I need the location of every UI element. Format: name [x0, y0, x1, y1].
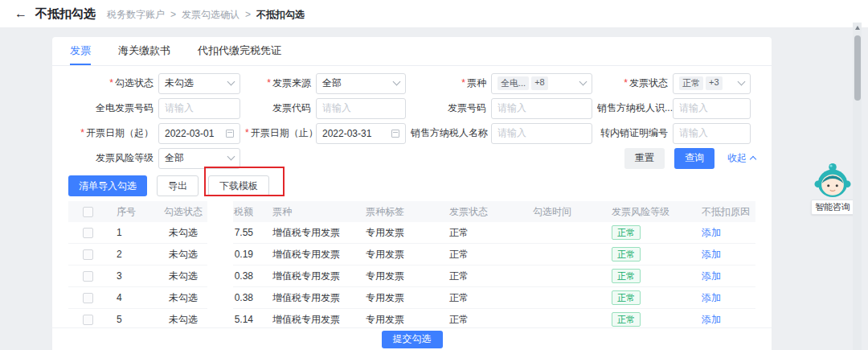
date-end-value: 2022-03-31 — [322, 128, 388, 139]
digital-invoice-no-input[interactable]: 请输入 — [158, 98, 240, 119]
collapse-label: 收起 — [727, 151, 747, 165]
date-start-picker[interactable]: 2022-03-01 — [158, 123, 240, 144]
topbar: ← 不抵扣勾选 税务数字账户 > 发票勾选确认 > 不抵扣勾选 — [0, 0, 868, 27]
invoice-status-multiselect[interactable]: 正常 +3 — [673, 73, 751, 94]
row-checkbox[interactable] — [83, 271, 93, 282]
add-reason-link[interactable]: 添加 — [702, 270, 721, 282]
ticket-type-tag: 全电... — [497, 76, 529, 90]
seller-tax-no-label: 销售方纳税人识... — [597, 102, 673, 113]
cell-check-status: 未勾选 — [152, 248, 215, 261]
export-button[interactable]: 导出 — [157, 175, 199, 196]
cell-invoice-status: 正常 — [440, 291, 523, 305]
check-status-label: 勾选状态 — [115, 77, 154, 89]
ticket-type-multiselect[interactable]: 全电... +8 — [491, 73, 592, 94]
risk-badge: 正常 — [612, 290, 641, 305]
action-row: 清单导入勾选 导出 下载模板 — [52, 171, 772, 198]
invoice-no-input[interactable]: 请输入 — [491, 98, 592, 119]
scroll-up-icon[interactable] — [855, 26, 860, 30]
cell-invoice-status: 正常 — [440, 313, 523, 327]
row-checkbox[interactable] — [83, 228, 93, 238]
cell-seq: 2 — [107, 249, 152, 260]
required-mark: * — [624, 77, 628, 89]
collapse-toggle[interactable]: 收起 — [727, 151, 755, 165]
risk-level-value: 全部 — [165, 151, 225, 165]
breadcrumb-item[interactable]: 发票勾选确认 — [182, 8, 240, 22]
row-checkbox[interactable] — [83, 293, 93, 303]
cell-check-status: 未勾选 — [152, 226, 215, 240]
transfer-cert-no-label: 转内销证明编号 — [600, 127, 668, 138]
invoice-source-select[interactable]: 全部 — [316, 73, 406, 94]
risk-badge: 正常 — [612, 312, 641, 327]
col-invoice-status: 发票状态 — [440, 205, 523, 219]
chevron-down-icon — [393, 78, 401, 86]
calendar-icon — [226, 130, 234, 138]
cell-kind-tag: 专用发票 — [366, 270, 440, 283]
cell-invoice-status: 正常 — [440, 226, 523, 240]
vertical-scrollbar[interactable] — [853, 23, 862, 350]
tab-withholding-cert[interactable]: 代扣代缴完税凭证 — [198, 37, 281, 65]
invoice-table: 序号 勾选状态 税额 票种 票种标签 发票状态 勾选时间 发票风险等级 不抵扣原… — [68, 201, 755, 331]
submit-check-button[interactable]: 提交勾选 — [382, 331, 443, 348]
cell-invoice-status: 正常 — [440, 248, 523, 261]
invoice-status-tag: 正常 — [679, 76, 703, 90]
date-end-picker[interactable]: 2022-03-31 — [316, 123, 406, 144]
chevron-down-icon — [227, 153, 235, 161]
digital-invoice-no-placeholder: 请输入 — [165, 101, 234, 115]
screen: ← 不抵扣勾选 税务数字账户 > 发票勾选确认 > 不抵扣勾选 发票 海关缴款书… — [0, 0, 868, 350]
cell-seq: 1 — [107, 227, 152, 238]
transfer-cert-no-placeholder: 请输入 — [679, 126, 744, 140]
filter-form: *勾选状态 未勾选 *发票来源 全部 *票种 — [52, 66, 772, 171]
cell-check-status: 未勾选 — [152, 291, 215, 305]
risk-badge: 正常 — [612, 225, 641, 240]
risk-level-select[interactable]: 全部 — [158, 148, 240, 169]
tab-invoice[interactable]: 发票 — [70, 37, 91, 65]
card-footer: 提交勾选 — [52, 327, 772, 350]
add-reason-link[interactable]: 添加 — [702, 314, 721, 325]
robot-mascot-icon — [814, 162, 851, 199]
add-reason-link[interactable]: 添加 — [702, 249, 721, 260]
calendar-icon — [391, 130, 399, 138]
invoice-status-label: 发票状态 — [629, 77, 668, 89]
select-all-checkbox[interactable] — [83, 207, 93, 217]
tab-customs-payment[interactable]: 海关缴款书 — [118, 37, 170, 65]
check-status-select[interactable]: 未勾选 — [158, 73, 240, 94]
seller-name-label: 销售方纳税人名称 — [411, 127, 488, 138]
table-row: 3 未勾选 0.38 增值税专用发票 专用发票 正常 正常 添加 — [68, 266, 755, 287]
digital-invoice-no-label: 全电发票号码 — [96, 102, 154, 113]
table-header: 序号 勾选状态 税额 票种 票种标签 发票状态 勾选时间 发票风险等级 不抵扣原… — [68, 201, 755, 222]
download-template-button[interactable]: 下载模板 — [208, 175, 269, 196]
scrollbar-thumb[interactable] — [854, 35, 861, 101]
back-arrow-icon[interactable]: ← — [14, 6, 27, 21]
row-checkbox[interactable] — [83, 315, 93, 325]
chevron-down-icon — [738, 78, 746, 86]
seller-tax-no-input[interactable]: 请输入 — [673, 98, 751, 119]
add-reason-link[interactable]: 添加 — [702, 227, 721, 238]
chevron-down-icon — [227, 78, 235, 86]
add-reason-link[interactable]: 添加 — [702, 292, 721, 303]
cell-check-status: 未勾选 — [152, 270, 215, 283]
cell-kind-tag: 专用发票 — [366, 226, 440, 240]
import-checked-list-button[interactable]: 清单导入勾选 — [68, 175, 147, 196]
invoice-status-more-tag: +3 — [706, 76, 723, 90]
query-button[interactable]: 查询 — [674, 148, 714, 169]
col-no-deduct-reason: 不抵扣原因 — [692, 205, 755, 219]
breadcrumb-item[interactable]: 税务数字账户 — [107, 8, 165, 22]
check-status-value: 未勾选 — [165, 76, 225, 90]
required-mark: * — [461, 77, 465, 89]
cell-invoice-status: 正常 — [440, 270, 523, 283]
cell-kind-tag: 专用发票 — [366, 291, 440, 305]
row-checkbox[interactable] — [83, 249, 93, 260]
transfer-cert-no-input[interactable]: 请输入 — [673, 123, 751, 144]
cell-ticket-kind: 增值税专用发票 — [263, 291, 366, 305]
seller-name-input[interactable]: 请输入 — [491, 123, 592, 144]
tab-bar: 发票 海关缴款书 代扣代缴完税凭证 — [52, 37, 772, 66]
risk-badge: 正常 — [612, 269, 641, 283]
seller-tax-no-placeholder: 请输入 — [679, 101, 744, 115]
date-end-label: 开票日期（止） — [251, 127, 316, 138]
required-mark: * — [80, 127, 84, 138]
breadcrumb-separator: > — [245, 9, 251, 20]
invoice-code-input[interactable]: 请输入 — [316, 98, 406, 119]
assistant-widget[interactable]: 智能咨询 — [806, 162, 859, 215]
reset-button[interactable]: 重置 — [624, 148, 665, 169]
chevron-up-icon — [750, 156, 756, 163]
